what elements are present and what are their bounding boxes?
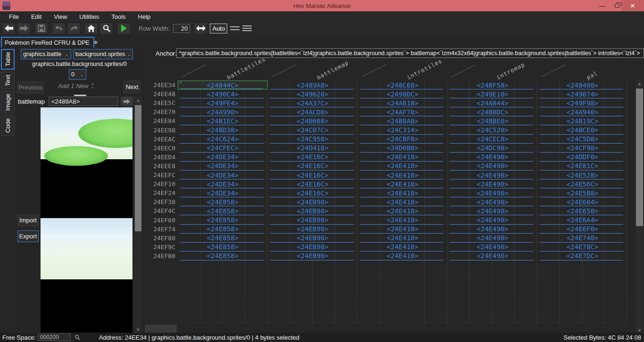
pointer-cell[interactable]: <24E410> [358,225,448,234]
pointer-cell[interactable]: <24E490> [447,197,537,206]
pointer-cell[interactable]: <24D418> [268,144,358,153]
single-stripe-layout-icon[interactable] [230,24,239,33]
pointer-cell[interactable]: <2498DC> [358,90,448,98]
auto-width-button[interactable]: Auto [210,24,227,33]
pointer-cell[interactable]: <24E490> [447,252,537,261]
table-name-dropdown[interactable]: background.sprites⌄ [73,49,133,59]
pointer-cell[interactable]: <24E56C> [537,179,627,188]
document-tab[interactable]: Pokémon FireRed CFRU & DPE ✱ [1,37,94,48]
minimize-button[interactable]: — [595,0,609,11]
pointer-cell[interactable]: <24A37C> [268,98,358,107]
preview-scrollbar-thumb[interactable] [135,105,141,231]
pointer-cell[interactable]: <24D6B8> [358,144,448,153]
menu-utilities[interactable]: Utilities [74,12,104,21]
goto-pointer-button[interactable] [121,97,133,106]
preview-scrollbar[interactable]: ∧ ∨ [134,97,142,333]
pointer-cell[interactable]: <2490C4> [178,90,268,98]
pointer-cell[interactable]: <249F98> [537,98,627,107]
menu-help[interactable]: Help [133,12,156,21]
pointer-cell[interactable]: <24E858> [178,225,268,234]
back-button[interactable] [2,23,16,34]
pointer-cell[interactable]: <24EB90> [268,225,358,234]
pointer-cell[interactable]: <24E410> [358,153,448,162]
pointer-cell[interactable]: <24E604> [537,197,627,206]
pointer-cell[interactable]: <24E740> [537,234,627,243]
pointer-cell[interactable]: <24C5D8> [537,135,627,144]
free-space-input[interactable] [38,334,71,341]
pointer-cell[interactable]: <24E410> [358,252,448,261]
menu-file[interactable]: File [4,12,24,21]
pointer-cell[interactable]: <24E16C> [268,188,358,197]
pointer-cell[interactable]: <24E528> [537,171,627,179]
anchor-input[interactable] [176,49,644,58]
pointer-cell[interactable]: <24E6A4> [537,216,627,225]
pointer-cell[interactable]: <24E650> [537,206,627,215]
scroll-down-icon[interactable]: ∨ [134,325,142,333]
pointer-cell[interactable]: <24AF70> [358,107,448,116]
splitter-handle[interactable] [74,95,86,96]
previous-button[interactable]: Previous [17,81,44,93]
pointer-cell[interactable]: <24E410> [358,162,448,171]
pointer-cell[interactable]: <24CBF8> [358,135,448,144]
pointer-cell[interactable]: <24E490> [447,216,537,225]
pointer-cell[interactable]: <24E490> [447,225,537,234]
pointer-cell[interactable]: <24DC98> [447,144,537,153]
pointer-cell[interactable]: <24E490> [447,188,537,197]
pointer-cell[interactable]: <249E10> [447,90,537,98]
pointer-cell[interactable]: <24BCE0> [537,126,627,135]
pointer-cell[interactable]: <24E490> [447,162,537,171]
pointer-cell[interactable]: <24EB90> [268,234,358,243]
pointer-cell[interactable]: <24E16C> [268,179,358,188]
pointer-cell[interactable]: <24B0DC> [447,107,537,116]
pointer-cell[interactable]: <24CEC8> [447,135,537,144]
hex-scrollbar-thumb[interactable] [636,89,643,226]
menu-view[interactable]: View [49,12,72,21]
import-button[interactable]: Import [17,214,39,226]
pointer-cell[interactable]: <249FE4> [178,98,268,107]
next-button[interactable]: Next [124,81,140,93]
hex-scrollbar[interactable]: ∧ ∨ [636,80,644,334]
pointer-cell[interactable]: <249074> [537,90,627,98]
pointer-cell[interactable]: <24CFEC> [178,144,268,153]
add-new-button[interactable]: Add 1 New + − [58,82,94,90]
search-button[interactable] [99,23,113,34]
pointer-cell[interactable]: <24A618> [358,98,448,107]
pointer-cell[interactable]: <24B8A8> [358,116,448,125]
pointer-cell[interactable]: <24E81C> [537,162,627,171]
pointer-cell[interactable]: <24E858> [178,206,268,215]
pointer-cell[interactable]: <24BD38> [178,126,268,135]
pointer-cell[interactable]: <24E858> [178,252,268,261]
pointer-cell[interactable]: <24E490> [447,153,537,162]
multi-stripe-layout-icon[interactable] [242,24,252,33]
pointer-cell[interactable]: <24DE34> [178,153,268,162]
pointer-cell[interactable]: <248F58> [447,81,537,90]
pointer-cell[interactable]: <24E410> [358,216,448,225]
element-index-dropdown[interactable]: 0⌄ [69,69,86,80]
pointer-cell[interactable]: <24DE34> [178,188,268,197]
home-button[interactable] [84,23,98,34]
tab-dirty-icon[interactable]: ✱ [93,40,98,46]
pointer-cell[interactable]: <24E410> [358,206,448,215]
pointer-cell[interactable]: <24E7DC> [537,252,627,261]
count-stepper[interactable]: + − [91,83,93,90]
pointer-cell[interactable]: <24EB90> [268,197,358,206]
pointer-cell[interactable]: <24E5B8> [537,188,627,197]
pointer-cell[interactable]: <24ACD0> [268,107,358,116]
pointer-cell[interactable]: <24E6F0> [537,225,627,234]
pointer-cell[interactable]: <24E490> [447,243,537,252]
tab-image[interactable]: Image [1,91,15,114]
scroll-up-icon[interactable]: ∧ [134,97,142,104]
tab-table[interactable]: Table [1,49,15,70]
run-button[interactable] [117,23,131,34]
pointer-cell[interactable]: <24DDF0> [537,153,627,162]
pointer-cell[interactable]: <24E858> [178,197,268,206]
pointer-cell[interactable]: <24E490> [447,171,537,179]
pointer-cell[interactable]: <24A940> [537,107,627,116]
pointer-cell[interactable]: <24E858> [178,216,268,225]
pointer-cell[interactable]: <24E858> [178,234,268,243]
pointer-cell[interactable]: <24E410> [358,179,448,188]
pointer-cell[interactable]: <249620> [268,90,358,98]
pointer-cell[interactable]: <24B608> [268,116,358,125]
row-width-input[interactable] [173,24,190,33]
pointer-cell[interactable]: <24A844> [447,98,537,107]
